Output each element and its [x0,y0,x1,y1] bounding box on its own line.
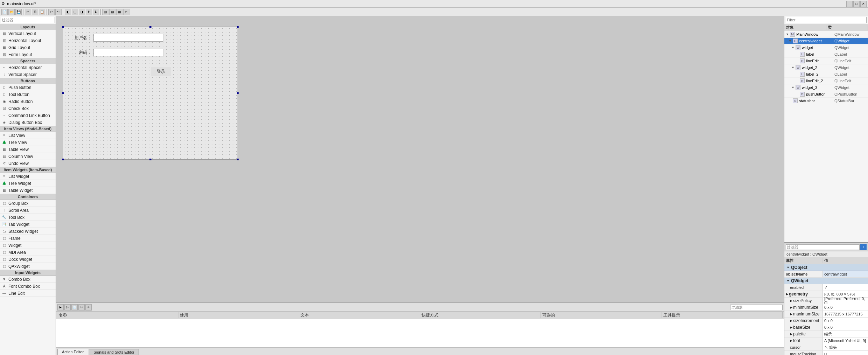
handle-bottom-right[interactable] [237,159,239,160]
tree-row-lineedit2[interactable]: E lineEdit_2 QLineEdit [784,78,868,84]
prop-row-font[interactable]: ▶ font A [Microsoft YaHei UI, 9] [784,337,868,344]
align-center-button[interactable]: ◫ [72,9,78,15]
widget-item-list-view[interactable]: ≡ List View [0,132,56,139]
undo-button[interactable]: ↩ [48,9,55,15]
open-button[interactable]: 📂 [8,9,15,15]
layout-grid-button[interactable]: ▦ [116,9,122,15]
widget-item-dock-widget[interactable]: ▢ Dock Widget [0,256,56,263]
handle-mid-right[interactable] [237,92,239,94]
widget-item-h-spacer[interactable]: ↔ Horizontal Spacer [0,64,56,71]
prop-row-cursor[interactable]: cursor ↖ 箭头 [784,344,868,351]
bottom-btn-1[interactable]: ▶ [57,304,64,311]
widget-item-tree-view[interactable]: 🌲 Tree View [0,139,56,146]
handle-bottom-left[interactable] [62,159,64,160]
layout-v-button[interactable]: ▤ [109,9,115,15]
canvas-design[interactable]: 用户名： 密码： 登录 [56,16,784,302]
tab-signals-slots[interactable]: Signals and Slots Editor [89,349,139,355]
prop-value-sizeincrement[interactable]: 0 x 0 [823,318,868,324]
prop-row-palette[interactable]: ▶ palette 继承 [784,331,868,337]
widget-item-qax-widget[interactable]: ▢ QAxWidget [0,263,56,270]
prop-row-mousetracking[interactable]: mouseTracking □ [784,351,868,355]
widget-item-list-widget[interactable]: ≡ List Widget [0,173,56,180]
widget-item-v-spacer[interactable]: ↕ Vertical Spacer [0,71,56,78]
bottom-btn-3[interactable]: 📄 [71,304,78,311]
handle-mid-left[interactable] [62,92,64,94]
widget-item-table-view[interactable]: ▦ Table View [0,146,56,153]
bottom-btn-5[interactable]: ✏ [85,304,92,311]
widget-item-stacked-widget[interactable]: 🗂 Stacked Widget [0,228,56,235]
save-button[interactable]: 💾 [15,9,22,15]
tree-row-label[interactable]: L label QLabel [784,51,868,58]
prop-value-sizepolicy[interactable]: [Preferred, Preferred, 0, 0] [823,298,868,304]
widget-item-horizontal-layout[interactable]: ▥ Horizontal Layout [0,37,56,44]
prop-value-font[interactable]: A [Microsoft YaHei UI, 9] [823,337,868,344]
mousetracking-checkbox[interactable]: □ [824,351,827,355]
tree-row-lineedit[interactable]: E lineEdit QLineEdit [784,58,868,64]
close-button[interactable]: ✕ [860,1,867,7]
widget-item-mdi-area[interactable]: ▢ MDI Area [0,249,56,256]
align-top-button[interactable]: ⬆ [86,9,92,15]
layout-h-button[interactable]: ▥ [102,9,108,15]
widget-box-search-input[interactable] [1,17,55,23]
widget-item-font-combo-box[interactable]: A Font Combo Box [0,283,56,290]
tree-row-label2[interactable]: L label_2 QLabel [784,71,868,78]
widget-item-vertical-layout[interactable]: ▤ Vertical Layout [0,30,56,37]
widget-item-widget[interactable]: ▢ Widget [0,242,56,249]
widget-item-radio-button[interactable]: ◉ Radio Button [0,98,56,105]
widget-item-undo-view[interactable]: ↺ Undo View [0,160,56,167]
tree-row-mainwindow[interactable]: ▼ M MainWindow QMainWindow [784,31,868,38]
break-layout-button[interactable]: ✂ [123,9,129,15]
tree-row-pushbutton[interactable]: B pushButton QPushButton [784,91,868,98]
align-bottom-button[interactable]: ⬇ [93,9,99,15]
new-button[interactable]: 📄 [1,9,8,15]
widget-item-push-button[interactable]: □ Push Button [0,84,56,91]
prop-row-minsize[interactable]: ▶ minimumSize 0 x 0 [784,304,868,311]
widget-item-tool-button[interactable]: □ Tool Button [0,91,56,98]
widget-item-command-link[interactable]: → Command Link Button [0,112,56,119]
tree-row-centralwidget[interactable]: ▼ C centralwidget QWidget [784,38,868,44]
bottom-btn-2[interactable]: ▷ [64,304,71,311]
maximize-button[interactable]: □ [853,1,860,7]
align-right-button[interactable]: ◨ [79,9,85,15]
prop-value-maxsize[interactable]: 16777215 x 16777215 [823,311,868,317]
prop-row-objectname[interactable]: objectName centralwidget [784,271,868,278]
widget-item-table-widget[interactable]: ▦ Table Widget [0,187,56,194]
widget-item-tool-box[interactable]: 🔧 Tool Box [0,214,56,221]
widget-item-grid-layout[interactable]: ▦ Grid Layout [0,44,56,51]
align-left-button[interactable]: ◧ [65,9,71,15]
widget-item-group-box[interactable]: ▢ Group Box [0,200,56,207]
prop-value-basesize[interactable]: 0 x 0 [823,324,868,330]
props-add-button[interactable]: + [860,244,867,250]
prop-row-enabled[interactable]: enabled ✓ [784,284,868,291]
prop-row-sizepolicy[interactable]: ▶ sizePolicy [Preferred, Preferred, 0, 0… [784,298,868,304]
widget-item-form-layout[interactable]: ▧ Form Layout [0,51,56,58]
tab-action-editor[interactable]: Action Editor [57,349,88,355]
prop-row-maxsize[interactable]: ▶ maximumSize 16777215 x 16777215 [784,311,868,318]
tree-row-statusbar[interactable]: S statusbar QStatusBar [784,98,868,104]
widget-item-frame[interactable]: ▢ Frame [0,235,56,242]
password-input[interactable] [93,49,163,56]
redo-button[interactable]: ↪ [55,9,62,15]
enabled-checkbox[interactable]: ✓ [824,285,828,290]
prop-value-objectname[interactable]: centralwidget [823,271,868,277]
widget-item-scroll-area[interactable]: ↕ Scroll Area [0,207,56,214]
login-button[interactable]: 登录 [151,67,171,76]
widget-item-tree-widget[interactable]: 🌲 Tree Widget [0,180,56,187]
copy-button[interactable]: ⎘ [32,9,38,15]
prop-value-cursor[interactable]: ↖ 箭头 [823,344,868,350]
widget-item-line-edit[interactable]: — Line Edit [0,290,56,297]
widget-item-tab-widget[interactable]: 📑 Tab Widget [0,221,56,228]
prop-value-minsize[interactable]: 0 x 0 [823,304,868,311]
props-filter-input[interactable] [786,244,860,250]
obj-filter-input[interactable] [786,17,867,23]
minimize-button[interactable]: ─ [846,1,853,7]
widget-item-check-box[interactable]: ☑ Check Box [0,105,56,112]
form-canvas[interactable]: 用户名： 密码： 登录 [63,27,238,160]
widget-item-combo-box[interactable]: ▼ Combo Box [0,276,56,283]
tree-row-widget[interactable]: ▼ W widget QWidget [784,44,868,51]
cut-button[interactable]: ✂ [25,9,31,15]
tree-row-widget3[interactable]: ▼ W widget_3 QWidget [784,84,868,91]
widget-item-column-view[interactable]: ▤ Column View [0,153,56,160]
prop-row-sizeincrement[interactable]: ▶ sizeIncrement 0 x 0 [784,318,868,324]
tree-row-widget2[interactable]: ▼ W widget_2 QWidget [784,64,868,71]
